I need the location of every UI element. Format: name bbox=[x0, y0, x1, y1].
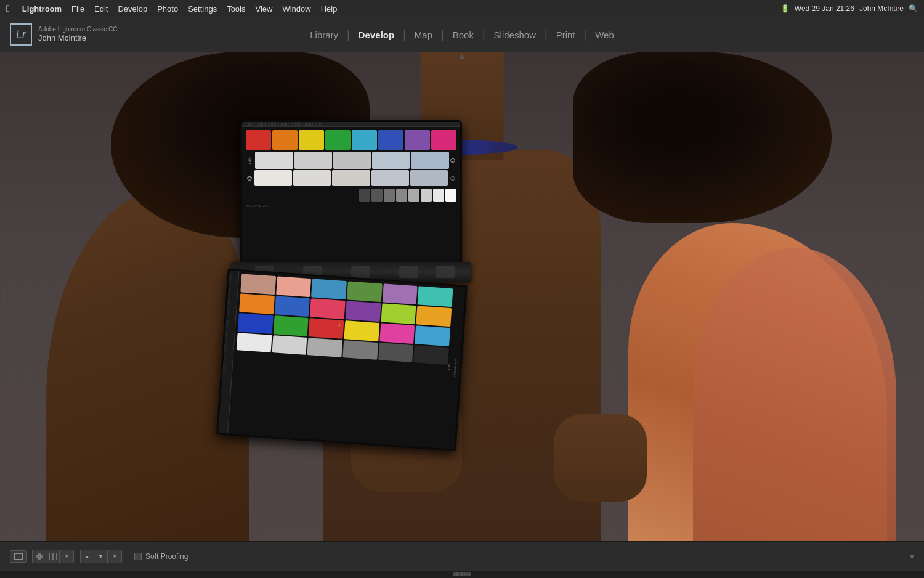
svg-rect-0 bbox=[15, 553, 22, 560]
lr-app-info: Adobe Lightroom Classic CC John McIntire bbox=[38, 26, 117, 43]
menu-develop[interactable]: Develop bbox=[113, 0, 152, 17]
lr-logo-box: Lr bbox=[10, 23, 32, 46]
app-menu-lightroom[interactable]: Lightroom bbox=[17, 0, 67, 17]
soft-proofing-label: Soft Proofing bbox=[145, 552, 188, 561]
user-account[interactable]: John McIntire bbox=[859, 4, 904, 13]
menu-file[interactable]: File bbox=[67, 0, 89, 17]
nav-slideshow[interactable]: Slideshow bbox=[485, 30, 545, 40]
nav-develop[interactable]: Develop bbox=[350, 30, 403, 40]
filmstrip-handle[interactable] bbox=[453, 572, 471, 576]
filmstrip-bar bbox=[0, 571, 924, 578]
soft-proofing-area: Soft Proofing bbox=[134, 552, 188, 561]
svg-rect-3 bbox=[36, 557, 39, 560]
view-compare-button[interactable] bbox=[46, 550, 60, 563]
photo-container: ||||||||||||||||||||||||||||||||||||||||… bbox=[0, 52, 924, 541]
top-panel-toggle[interactable]: ▲ bbox=[458, 52, 466, 60]
menu-settings[interactable]: Settings bbox=[183, 0, 222, 17]
svg-rect-5 bbox=[49, 553, 52, 560]
svg-rect-2 bbox=[40, 553, 43, 556]
zoom-up-button[interactable]: ▲ bbox=[81, 550, 94, 563]
nav-print[interactable]: Print bbox=[548, 30, 584, 40]
menu-tools[interactable]: Tools bbox=[222, 0, 250, 17]
photo-image: ||||||||||||||||||||||||||||||||||||||||… bbox=[0, 52, 924, 541]
menu-view[interactable]: View bbox=[251, 0, 278, 17]
svg-rect-10 bbox=[461, 572, 463, 576]
lr-header: Lr Adobe Lightroom Classic CC John McInt… bbox=[0, 17, 924, 52]
menubar:  Lightroom File Edit Develop Photo Sett… bbox=[0, 0, 924, 17]
nav-web[interactable]: Web bbox=[586, 30, 623, 40]
left-panel-toggle[interactable]: 〈 bbox=[0, 288, 8, 304]
toolbar-right: ▾ bbox=[910, 551, 914, 562]
lr-nav: Library | Develop | Map | Book | Slidesh… bbox=[301, 28, 623, 41]
menu-help[interactable]: Help bbox=[316, 0, 342, 17]
nav-library[interactable]: Library bbox=[301, 30, 347, 40]
view-dropdown[interactable]: ▾ bbox=[60, 550, 73, 563]
svg-rect-7 bbox=[454, 573, 455, 576]
svg-rect-8 bbox=[456, 572, 458, 576]
zoom-down-button[interactable]: ▼ bbox=[94, 550, 108, 563]
single-view-button[interactable] bbox=[10, 550, 27, 563]
toolbar-expand-chevron[interactable]: ▾ bbox=[910, 552, 914, 561]
svg-rect-13 bbox=[469, 573, 470, 576]
lr-logo-area: Lr Adobe Lightroom Classic CC John McInt… bbox=[10, 23, 121, 46]
svg-rect-11 bbox=[464, 573, 465, 576]
system-time: Wed 29 Jan 21:26 bbox=[795, 4, 854, 13]
lr-user-name: John McIntire bbox=[38, 33, 117, 43]
svg-rect-9 bbox=[459, 574, 460, 575]
svg-rect-4 bbox=[40, 557, 43, 560]
view-grid-button[interactable] bbox=[33, 550, 46, 563]
nav-map[interactable]: Map bbox=[406, 30, 441, 40]
zoom-dropdown[interactable]: ▾ bbox=[108, 550, 121, 563]
svg-rect-12 bbox=[466, 574, 468, 575]
right-panel-toggle[interactable]: 〉 bbox=[916, 288, 924, 304]
zoom-button-group: ▲ ▼ ▾ bbox=[80, 550, 122, 563]
apple-menu-icon[interactable]:  bbox=[6, 3, 10, 14]
menu-window[interactable]: Window bbox=[277, 0, 315, 17]
main-photo-area: 〈 〉 bbox=[0, 52, 924, 541]
battery-icon: 🔋 bbox=[780, 4, 790, 13]
nav-book[interactable]: Book bbox=[444, 30, 482, 40]
multi-view-button-group: ▾ bbox=[32, 550, 74, 563]
search-icon[interactable]: 🔍 bbox=[909, 4, 918, 13]
soft-proofing-checkbox[interactable] bbox=[134, 553, 142, 560]
lr-logo-text: Lr bbox=[16, 28, 26, 41]
menu-edit[interactable]: Edit bbox=[89, 0, 113, 17]
lr-app-full-name: Adobe Lightroom Classic CC bbox=[38, 26, 117, 33]
menu-photo[interactable]: Photo bbox=[152, 0, 183, 17]
svg-rect-1 bbox=[36, 553, 39, 556]
svg-rect-6 bbox=[54, 553, 57, 560]
bottom-toolbar: ▾ ▲ ▼ ▾ Soft Proofing ▾ bbox=[0, 541, 924, 571]
